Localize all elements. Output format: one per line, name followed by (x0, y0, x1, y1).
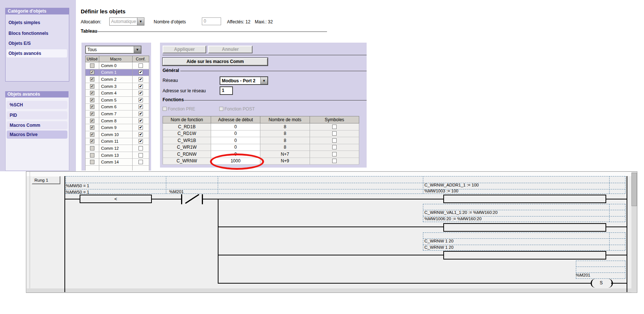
conf-checkbox[interactable]: ✔ (139, 98, 143, 102)
macro-filter-dropdown[interactable]: Tous ▼ (85, 46, 141, 54)
conf-checkbox[interactable] (332, 138, 337, 143)
sidebar-item-objets-es[interactable]: Objets E/S (9, 40, 31, 46)
rung-label[interactable]: Rung 1 (32, 176, 60, 184)
sidebar-item-blocs-fonctionnels[interactable]: Blocs fonctionnels (9, 30, 48, 36)
conf-checkbox[interactable]: ✔ (139, 139, 143, 143)
macro-name-cell[interactable]: Comm 10 (99, 131, 133, 138)
sidebar-item-macros-drive[interactable]: Macros Drive (7, 130, 67, 139)
operation-block-3[interactable] (443, 251, 606, 260)
macro-name-cell[interactable]: Comm 0 (99, 62, 133, 69)
function-row[interactable]: C_RD1W08 (163, 130, 359, 138)
vertical-scrollbar-thumb[interactable] (631, 173, 637, 206)
function-address-cell[interactable]: 0 (211, 130, 260, 138)
apply-button[interactable]: Appliquer (163, 46, 206, 53)
cancel-button[interactable]: Annuler (208, 46, 253, 53)
used-checkbox[interactable]: ✔ (90, 77, 94, 82)
macro-row[interactable]: Comm 13 (85, 152, 149, 159)
used-checkbox[interactable]: ✔ (90, 91, 94, 95)
conf-checkbox[interactable]: ✔ (139, 125, 143, 130)
conf-checkbox[interactable]: ✔ (139, 91, 143, 95)
conf-checkbox[interactable] (139, 160, 143, 164)
used-checkbox[interactable]: ✔ (90, 132, 94, 137)
used-checkbox[interactable] (90, 153, 94, 158)
network-dropdown[interactable]: Modbus - Port 2 ▼ (220, 76, 268, 85)
nc-contact[interactable] (202, 194, 203, 204)
conf-checkbox[interactable] (332, 131, 337, 136)
operation-block-2[interactable] (443, 223, 606, 232)
macro-name-cell[interactable]: Comm 5 (99, 97, 133, 104)
used-checkbox[interactable]: ✔ (90, 139, 94, 143)
conf-checkbox[interactable] (332, 152, 337, 156)
macro-row[interactable]: ✔Comm 2✔ (85, 76, 149, 83)
macro-name-cell[interactable]: Comm 12 (99, 145, 133, 152)
macro-row[interactable]: Comm 14 (85, 159, 149, 166)
vertical-scrollbar[interactable] (631, 172, 637, 292)
sidebar-item-macros-comm[interactable]: Macros Comm (7, 121, 67, 129)
macro-row[interactable]: ✔Comm 11✔ (85, 138, 149, 145)
conf-checkbox[interactable] (332, 145, 337, 149)
conf-checkbox[interactable] (139, 63, 143, 68)
sidebar-item-sch[interactable]: %SCH (7, 101, 67, 109)
macro-name-cell[interactable]: Comm 4 (99, 90, 133, 97)
used-checkbox[interactable]: ✔ (90, 119, 94, 123)
network-address-input[interactable]: 1 (220, 86, 233, 95)
macro-name-cell[interactable]: Comm 8 (99, 118, 133, 125)
object-count-input[interactable]: 0 (202, 17, 221, 25)
function-row[interactable]: C_WR1B08 (163, 137, 359, 144)
macro-row[interactable]: ✔Comm 10✔ (85, 131, 149, 138)
used-checkbox[interactable]: ✔ (90, 112, 94, 116)
macro-row[interactable]: Comm 0 (85, 62, 149, 69)
sidebar-item-objets-avances[interactable]: Objets avancés (9, 50, 41, 56)
macro-row[interactable]: ✔Comm 9✔ (85, 124, 149, 131)
conf-checkbox[interactable]: ✔ (139, 112, 143, 116)
macro-row[interactable]: ✔Comm 7✔ (85, 110, 149, 118)
fonction-pre-checkbox[interactable] (163, 107, 167, 111)
macro-name-cell[interactable]: Comm 6 (99, 104, 133, 111)
conf-checkbox[interactable] (139, 153, 143, 158)
macro-name-cell[interactable]: Comm 11 (99, 138, 133, 145)
used-checkbox[interactable]: ✔ (90, 105, 94, 109)
macro-row[interactable]: ✔Comm 1✔ (85, 69, 149, 76)
conf-checkbox[interactable]: ✔ (139, 105, 143, 109)
macro-name-cell[interactable]: Comm 7 (99, 110, 133, 118)
macro-name-cell[interactable]: Comm 13 (99, 152, 133, 159)
sidebar-item-objets-simples[interactable]: Objets simples (9, 20, 40, 26)
used-checkbox[interactable] (90, 160, 94, 164)
conf-checkbox[interactable]: ✔ (139, 70, 143, 75)
used-checkbox[interactable]: ✔ (90, 84, 94, 89)
macro-name-cell[interactable]: Comm 9 (99, 124, 133, 131)
function-row[interactable]: C_RD1B08 (163, 123, 359, 130)
macro-name-cell[interactable]: Comm 1 (99, 69, 133, 76)
macro-row[interactable]: ✔Comm 6✔ (85, 104, 149, 111)
macro-name-cell[interactable]: Comm 3 (99, 83, 133, 90)
function-address-cell[interactable]: 0 (211, 144, 260, 151)
function-row[interactable]: C_WR1W08 (163, 144, 359, 151)
used-checkbox[interactable]: ✔ (90, 98, 94, 102)
macro-row[interactable]: Comm 12 (85, 145, 149, 152)
used-checkbox[interactable]: ✔ (90, 70, 94, 75)
macro-name-cell[interactable]: Comm 14 (99, 159, 133, 166)
macro-row[interactable]: ✔Comm 4✔ (85, 90, 149, 97)
help-macros-comm-button[interactable]: Aide sur les macros Comm (163, 58, 268, 66)
operation-block-1[interactable] (443, 195, 606, 203)
allocation-dropdown[interactable]: Automatique ▼ (109, 17, 144, 26)
nc-contact[interactable] (181, 194, 182, 204)
macro-name-cell[interactable]: Comm 2 (99, 76, 133, 83)
conf-checkbox[interactable] (332, 125, 337, 129)
conf-checkbox[interactable]: ✔ (139, 132, 143, 137)
used-checkbox[interactable]: ✔ (90, 125, 94, 130)
macro-row[interactable]: ✔Comm 3✔ (85, 83, 149, 90)
conf-checkbox[interactable]: ✔ (139, 84, 143, 89)
conf-checkbox[interactable] (139, 146, 143, 151)
function-row[interactable]: C_RDNW0N+7 (163, 151, 359, 158)
function-address-cell[interactable]: 0 (211, 137, 260, 144)
conf-checkbox[interactable]: ✔ (139, 119, 143, 123)
horizontal-scrollbar[interactable] (27, 288, 631, 292)
macro-row[interactable]: ✔Comm 8✔ (85, 118, 149, 125)
function-address-cell[interactable]: 0 (211, 123, 260, 130)
macro-row[interactable]: ✔Comm 5✔ (85, 97, 149, 104)
conf-checkbox[interactable]: ✔ (139, 77, 143, 82)
fonction-post-checkbox[interactable] (219, 107, 223, 111)
conf-checkbox[interactable] (332, 159, 337, 163)
used-checkbox[interactable] (90, 63, 94, 68)
